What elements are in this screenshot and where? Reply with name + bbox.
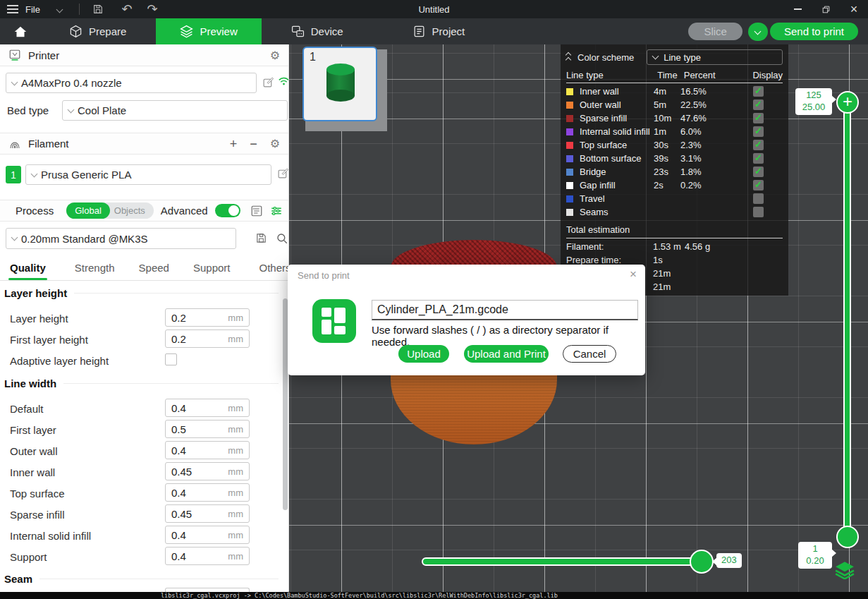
display-checkbox[interactable]: ✓ (753, 140, 764, 150)
wifi-icon[interactable] (278, 75, 289, 87)
upload-button[interactable]: Upload (398, 345, 449, 363)
layer-height-input[interactable]: 0.2mm (165, 308, 250, 327)
tab-others[interactable]: Others (259, 262, 290, 274)
filament-icon (8, 138, 21, 150)
layer-slider-bottom-tooltip: 10.20 (798, 542, 832, 569)
color-scheme-label: Color scheme (577, 52, 634, 63)
tab-support[interactable]: Support (193, 262, 231, 274)
remove-filament-button[interactable]: − (250, 138, 257, 150)
tab-device[interactable]: Device (273, 18, 362, 44)
color-scheme-select[interactable]: Line type (647, 49, 783, 65)
display-checkbox[interactable]: ✓ (753, 86, 764, 97)
legend-row: Gap infill2s0.2%✓ (566, 179, 783, 192)
collapse-icon[interactable] (566, 53, 570, 62)
process-tabs: Quality Strength Speed Support Others (0, 255, 288, 281)
display-checkbox[interactable]: ✓ (753, 153, 764, 164)
move-slider-track[interactable] (422, 557, 712, 566)
close-button[interactable]: × (840, 0, 868, 18)
bed-type-select[interactable]: Cool Plate (62, 100, 288, 121)
display-checkbox[interactable]: ✓ (753, 126, 764, 137)
advanced-label: Advanced (161, 205, 208, 217)
settings-panel: Printer ⚙ A4MaxPro 0.4 nozzle Bed type C… (0, 44, 289, 592)
line-width-internal-solid-input[interactable]: 0.4mm (165, 526, 250, 544)
move-slider-handle[interactable] (690, 550, 714, 574)
bed-type-label: Bed type (7, 104, 49, 116)
cube-icon (69, 25, 82, 38)
filament-edit-icon[interactable] (277, 167, 289, 179)
display-checkbox[interactable] (753, 193, 764, 204)
display-checkbox[interactable]: ✓ (753, 99, 764, 110)
parameter-list-icon[interactable] (250, 205, 263, 217)
line-width-sparse-infill-input[interactable]: 0.45mm (165, 504, 250, 523)
swatch-seams (566, 209, 573, 216)
legend-row: Sparse infill10m47.6%✓ (566, 111, 783, 125)
upload-and-print-button[interactable]: Upload and Print (464, 345, 549, 363)
global-objects-toggle[interactable]: Global Objects (66, 202, 154, 219)
printer-host-logo (312, 299, 356, 343)
add-filament-button[interactable]: + (230, 138, 238, 150)
layer-slider-top-tooltip: 12525.00 (795, 88, 832, 115)
swatch-gap-infill (566, 182, 573, 189)
legend-row: Bottom surface39s3.1%✓ (566, 152, 783, 165)
tab-prepare[interactable]: Prepare (51, 18, 145, 44)
tune-icon[interactable] (270, 205, 283, 217)
setting-label: First layer (10, 424, 56, 436)
line-width-inner-wall-input[interactable]: 0.45mm (165, 462, 250, 480)
minimize-button[interactable] (783, 0, 812, 18)
tab-quality[interactable]: Quality (10, 262, 46, 274)
printer-settings-gear-icon[interactable]: ⚙ (270, 49, 280, 62)
console-strip: libslic3r_cgal.vcxproj -> C:\Codes\Bambu… (0, 592, 868, 599)
first-layer-height-input[interactable]: 0.2mm (165, 329, 250, 348)
project-icon (412, 25, 426, 38)
maximize-button[interactable] (812, 0, 840, 18)
display-checkbox[interactable] (753, 207, 764, 217)
slice-button[interactable]: Slice (688, 23, 742, 40)
tab-preview[interactable]: Preview (156, 18, 261, 44)
filename-input[interactable]: Cylinder_PLA_21m.gcode (372, 300, 638, 320)
dialog-close-icon[interactable]: × (630, 267, 637, 282)
swatch-travel (566, 195, 573, 202)
filament-preset-select[interactable]: Prusa Generic PLA (25, 164, 271, 185)
swatch-bridge (566, 169, 573, 176)
display-checkbox[interactable]: ✓ (753, 180, 764, 190)
setting-label: Internal solid infill (10, 530, 91, 542)
tab-speed[interactable]: Speed (139, 262, 169, 274)
adaptive-layer-height-checkbox[interactable] (165, 353, 177, 365)
printer-section-header: Printer ⚙ (0, 44, 288, 66)
line-width-top-surface-input[interactable]: 0.4mm (165, 483, 250, 502)
legend-row: Inner wall4m16.5%✓ (566, 85, 783, 98)
swatch-inner-wall (566, 88, 573, 95)
advanced-toggle[interactable] (215, 204, 240, 217)
layer-slider-bottom-handle[interactable] (836, 526, 859, 548)
printer-edit-icon[interactable] (262, 76, 274, 88)
printer-preset-select[interactable]: A4MaxPro 0.4 nozzle (6, 73, 257, 93)
tab-strength[interactable]: Strength (75, 262, 115, 274)
layer-slider-top-handle[interactable]: + (836, 91, 859, 114)
save-preset-icon[interactable] (255, 232, 267, 244)
search-icon[interactable] (276, 232, 288, 245)
tab-project[interactable]: Project (394, 18, 484, 44)
send-to-print-button[interactable]: Send to print (770, 23, 858, 40)
display-checkbox[interactable]: ✓ (753, 113, 764, 123)
line-width-support-input[interactable]: 0.4mm (165, 547, 250, 565)
home-button[interactable] (0, 18, 41, 44)
plate-thumbnail[interactable]: 1 (289, 44, 395, 140)
layer-slider-track[interactable] (843, 102, 851, 537)
line-width-default-input[interactable]: 0.4mm (165, 399, 250, 417)
toggle-objects[interactable]: Objects (110, 205, 154, 216)
app-window: File ↶ ↷ Untitled × Prepare (0, 0, 868, 599)
toggle-global[interactable]: Global (66, 202, 110, 219)
process-preset-select[interactable]: 0.20mm Standard @MK3S (6, 228, 236, 249)
total-row: Filament:1.53 m4.56 g (566, 240, 783, 253)
filament-settings-gear-icon[interactable]: ⚙ (270, 137, 280, 150)
line-width-outer-wall-input[interactable]: 0.4mm (165, 441, 250, 459)
display-checkbox[interactable]: ✓ (753, 167, 764, 177)
send-options-chevron[interactable] (748, 23, 768, 41)
layers-icon[interactable] (834, 561, 855, 579)
filament-section-header: Filament + − ⚙ (0, 133, 288, 155)
filament-slot-badge[interactable]: 1 (6, 166, 21, 183)
panel-scrollbar[interactable] (283, 298, 288, 510)
plate-thumbnail-card[interactable]: 1 (302, 47, 377, 121)
line-width-first-layer-input[interactable]: 0.5mm (165, 420, 250, 438)
cancel-button[interactable]: Cancel (563, 345, 616, 363)
